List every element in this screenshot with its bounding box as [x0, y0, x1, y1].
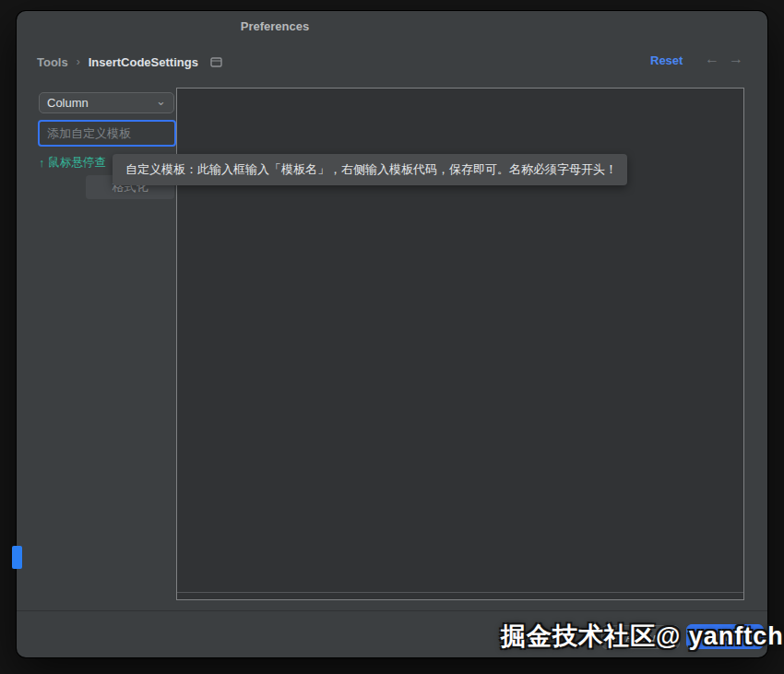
ok-button[interactable]: OK	[686, 624, 764, 649]
forward-arrow-icon[interactable]: →	[729, 51, 743, 67]
breadcrumb-separator-icon: ›	[77, 55, 80, 68]
chevron-down-icon: ⌄	[156, 97, 166, 106]
template-type-dropdown[interactable]: Column ⌄	[39, 92, 174, 113]
template-name-input[interactable]	[38, 120, 176, 147]
preferences-window: Preferences Tools › InsertCodeSettings R…	[17, 11, 767, 657]
left-edge-badge	[12, 546, 22, 569]
breadcrumb-page-title: InsertCodeSettings	[89, 55, 198, 69]
hover-hint-label: 鼠标悬停查	[48, 155, 106, 171]
apply-button[interactable]: Apply	[601, 625, 680, 649]
back-arrow-icon[interactable]: ←	[705, 51, 719, 67]
hover-hint-link[interactable]: ↑ 鼠标悬停查	[39, 155, 106, 171]
breadcrumb: Tools › InsertCodeSettings	[37, 53, 222, 71]
reset-button[interactable]: Reset	[650, 53, 683, 67]
dropdown-selected-value: Column	[47, 96, 156, 110]
template-help-tooltip: 自定义模板：此输入框输入「模板名」，右侧输入模板代码，保存即可。名称必须字母开头…	[113, 154, 627, 185]
breadcrumb-tools[interactable]: Tools	[37, 55, 68, 69]
breadcrumb-page-icon	[210, 57, 222, 67]
window-title: Preferences	[201, 19, 349, 33]
editor-horizontal-scrollbar[interactable]	[177, 592, 743, 593]
screen: Preferences Tools › InsertCodeSettings R…	[0, 0, 784, 674]
footer-divider	[17, 610, 767, 611]
up-arrow-icon: ↑	[39, 157, 44, 170]
